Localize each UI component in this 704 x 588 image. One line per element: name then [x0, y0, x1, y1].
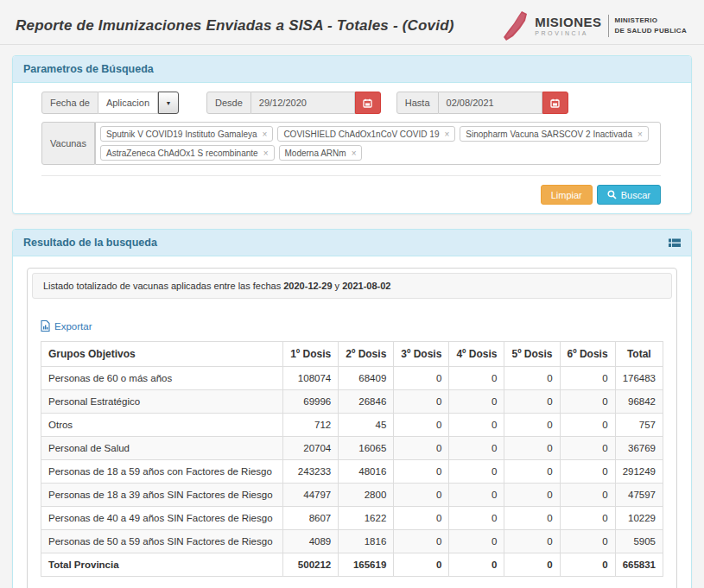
chevron-down-icon[interactable]: ▼ [158, 92, 179, 114]
table-cell: 36769 [615, 437, 663, 460]
results-table-body: Personas de 60 o más años108074684090000… [41, 367, 663, 577]
logo-text-left: MISIONES PROVINCIA [535, 16, 601, 36]
vaccine-tag-label: AstraZeneca ChAdOx1 S recombinante [106, 149, 258, 158]
table-cell: 0 [449, 390, 504, 414]
vaccine-tag-label: COVISHIELD ChAdOx1nCoV COVID 19 [283, 130, 439, 139]
date-filters-row: Fecha de Aplicacion ▼ Desde 29/12/2020 [41, 92, 661, 114]
table-cell: Personas de 60 o más años [41, 367, 283, 390]
table-cell: 0 [560, 553, 615, 577]
summary-joiner: y [335, 281, 340, 291]
table-row: Personas de 18 a 39 años SIN Factores de… [41, 484, 663, 507]
column-header: 2º Dosis [339, 342, 394, 367]
search-actions-row: Limpiar Buscar [41, 185, 661, 205]
limpiar-button[interactable]: Limpiar [541, 185, 593, 205]
export-file-icon [41, 320, 50, 332]
table-row: Otros712450000757 [41, 414, 663, 437]
results-panel-heading: Resultado de la busqueda [13, 230, 691, 256]
table-cell: 0 [394, 553, 449, 577]
table-cell: 8607 [283, 507, 339, 530]
buscar-button-label: Buscar [621, 190, 650, 200]
fecha-de-label: Fecha de [41, 92, 98, 114]
results-container: Listado totalizado de vacunas aplicadas … [27, 268, 677, 588]
table-cell: 1816 [339, 530, 394, 553]
table-view-icon[interactable] [669, 238, 681, 248]
remove-tag-icon[interactable]: × [352, 149, 357, 158]
logo-divider [608, 15, 609, 37]
export-link[interactable]: Exportar [41, 320, 92, 332]
table-cell: 0 [394, 390, 449, 414]
table-cell: 0 [560, 390, 615, 414]
column-header: 5º Dosis [504, 342, 560, 367]
vaccines-multiselect[interactable]: Sputnik V COVID19 Instituto Gamaleya×COV… [95, 122, 661, 165]
summary-text: Listado totalizado de vacunas aplicadas … [43, 281, 281, 291]
remove-tag-icon[interactable]: × [263, 149, 269, 158]
vaccine-tag[interactable]: COVISHIELD ChAdOx1nCoV COVID 19× [277, 126, 455, 142]
logo-ministry-text: MINISTERIO DE SALUD PUBLICA [615, 16, 687, 35]
remove-tag-icon[interactable]: × [444, 130, 449, 139]
desde-date-input[interactable]: 29/12/2020 [251, 92, 355, 114]
remove-tag-icon[interactable]: × [637, 130, 643, 139]
table-cell: 176483 [615, 367, 663, 390]
table-cell: 2800 [339, 484, 394, 507]
desde-label: Desde [206, 92, 251, 114]
results-panel-body: Listado totalizado de vacunas aplicadas … [13, 256, 691, 588]
table-cell: 0 [504, 414, 560, 437]
logo-ministry-line1: MINISTERIO [615, 16, 687, 26]
vaccine-tag[interactable]: Moderna ARNm× [279, 145, 363, 161]
results-table-head: Grupos Objetivos1º Dosis2º Dosis3º Dosis… [41, 342, 663, 367]
table-row: Personas de 18 a 59 años con Factores de… [41, 460, 663, 484]
hasta-group: Hasta 02/08/2021 [396, 92, 568, 114]
vaccines-filter-row: Vacunas Sputnik V COVID19 Instituto Gama… [41, 122, 661, 165]
export-link-label: Exportar [54, 321, 92, 332]
table-cell: 0 [504, 553, 560, 577]
column-header: Total [615, 342, 663, 367]
vaccine-tag[interactable]: AstraZeneca ChAdOx1 S recombinante× [100, 145, 275, 161]
table-cell: 500212 [283, 553, 339, 577]
form-divider [41, 175, 661, 176]
table-cell: 0 [504, 507, 560, 530]
table-cell: 0 [394, 460, 449, 484]
top-bar: Reporte de Imunizaciones Enviadas a SISA… [0, 0, 704, 45]
column-header: 3º Dosis [394, 342, 449, 367]
table-cell: 0 [504, 530, 560, 553]
table-cell: 0 [394, 530, 449, 553]
table-cell: 0 [504, 367, 560, 390]
table-total-row: Total Provincia5002121656190000665831 [41, 553, 663, 577]
vaccine-tag[interactable]: Sinopharm Vacuna SARSCOV 2 Inactivada× [460, 126, 649, 142]
column-header: Grupos Objetivos [41, 342, 283, 367]
table-cell: Personal Estratégico [41, 390, 283, 414]
table-row: Personal de Salud2070416065000036769 [41, 437, 663, 460]
desde-calendar-button[interactable] [355, 92, 381, 114]
table-cell: 96842 [615, 390, 663, 414]
search-parameters-panel: Parametros de Búsqueda Fecha de Aplicaci… [12, 55, 692, 214]
vaccine-tag-label: Sputnik V COVID19 Instituto Gamaleya [106, 130, 257, 139]
column-header: 6º Dosis [560, 342, 615, 367]
table-cell: 45 [339, 414, 394, 437]
table-cell: 0 [560, 437, 615, 460]
results-panel: Resultado de la busqueda Listado totaliz… [12, 229, 692, 588]
remove-tag-icon[interactable]: × [263, 130, 268, 139]
hasta-date-input[interactable]: 02/08/2021 [439, 92, 542, 114]
table-cell: 0 [449, 553, 504, 577]
ministry-logo: MISIONES PROVINCIA MINISTERIO DE SALUD P… [503, 10, 688, 41]
desde-group: Desde 29/12/2020 [206, 92, 381, 114]
table-cell: 0 [504, 484, 560, 507]
table-cell: Personas de 18 a 59 años con Factores de… [41, 460, 283, 484]
table-cell: 0 [560, 484, 615, 507]
table-row: Personal Estratégico6999626846000096842 [41, 390, 663, 414]
fecha-tipo-select[interactable]: Aplicacion [98, 92, 158, 114]
table-cell: 0 [449, 507, 504, 530]
table-cell: 0 [504, 390, 560, 414]
vaccine-tag[interactable]: Sputnik V COVID19 Instituto Gamaleya× [100, 126, 273, 142]
search-icon [607, 190, 617, 199]
hasta-calendar-button[interactable] [542, 92, 568, 114]
search-panel-body: Fecha de Aplicacion ▼ Desde 29/12/2020 [13, 83, 691, 213]
buscar-button[interactable]: Buscar [597, 185, 661, 205]
table-cell: Personas de 40 a 49 años SIN Factores de… [41, 507, 283, 530]
export-row: Exportar [41, 319, 663, 335]
logo-province-sub: PROVINCIA [535, 30, 601, 36]
table-cell: 0 [449, 484, 504, 507]
table-cell: 0 [394, 367, 449, 390]
table-cell: 0 [504, 437, 560, 460]
column-header: 1º Dosis [283, 342, 339, 367]
